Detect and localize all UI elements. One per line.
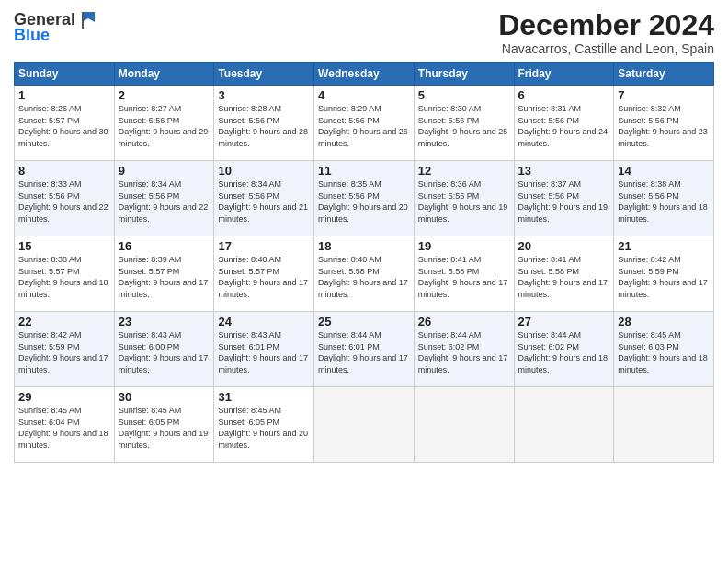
calendar-cell (414, 387, 514, 463)
day-info: Sunrise: 8:27 AM Sunset: 5:56 PM Dayligh… (119, 103, 210, 149)
day-info: Sunrise: 8:40 AM Sunset: 5:58 PM Dayligh… (318, 254, 410, 300)
calendar-cell: 11 Sunrise: 8:35 AM Sunset: 5:56 PM Dayl… (314, 161, 415, 236)
calendar-cell: 8 Sunrise: 8:33 AM Sunset: 5:56 PM Dayli… (15, 161, 115, 236)
header-friday: Friday (514, 63, 614, 86)
calendar-cell: 16 Sunrise: 8:39 AM Sunset: 5:57 PM Dayl… (114, 236, 214, 312)
day-number: 24 (218, 315, 310, 328)
calendar-cell (514, 387, 614, 463)
day-info: Sunrise: 8:34 AM Sunset: 5:56 PM Dayligh… (218, 178, 310, 224)
day-info: Sunrise: 8:36 AM Sunset: 5:56 PM Dayligh… (418, 178, 510, 224)
day-number: 20 (518, 239, 610, 253)
day-number: 15 (18, 239, 110, 253)
week-row-5: 29 Sunrise: 8:45 AM Sunset: 6:04 PM Dayl… (15, 387, 714, 463)
calendar-cell: 20 Sunrise: 8:41 AM Sunset: 5:58 PM Dayl… (514, 236, 614, 312)
day-number: 14 (618, 164, 710, 178)
day-number: 19 (418, 239, 510, 253)
day-number: 7 (618, 88, 710, 102)
header-sunday: Sunday (15, 63, 115, 86)
day-info: Sunrise: 8:32 AM Sunset: 5:56 PM Dayligh… (618, 103, 710, 149)
day-number: 22 (18, 315, 110, 328)
calendar-cell: 25 Sunrise: 8:44 AM Sunset: 6:01 PM Dayl… (314, 312, 415, 387)
month-title: December 2024 (498, 9, 714, 41)
day-info: Sunrise: 8:33 AM Sunset: 5:56 PM Dayligh… (18, 178, 110, 224)
svg-rect-1 (82, 12, 84, 29)
calendar-cell: 12 Sunrise: 8:36 AM Sunset: 5:56 PM Dayl… (414, 161, 514, 236)
day-number: 16 (119, 239, 210, 253)
day-info: Sunrise: 8:38 AM Sunset: 5:56 PM Dayligh… (618, 178, 710, 224)
day-number: 6 (518, 88, 610, 102)
calendar-cell: 7 Sunrise: 8:32 AM Sunset: 5:56 PM Dayli… (614, 86, 714, 161)
calendar-cell: 31 Sunrise: 8:45 AM Sunset: 6:05 PM Dayl… (214, 387, 314, 463)
day-info: Sunrise: 8:44 AM Sunset: 6:01 PM Dayligh… (318, 329, 410, 375)
calendar-cell: 24 Sunrise: 8:43 AM Sunset: 6:01 PM Dayl… (214, 312, 314, 387)
day-info: Sunrise: 8:44 AM Sunset: 6:02 PM Dayligh… (518, 329, 610, 375)
calendar-table: Sunday Monday Tuesday Wednesday Thursday… (14, 62, 714, 463)
header-thursday: Thursday (414, 63, 514, 86)
week-row-1: 1 Sunrise: 8:26 AM Sunset: 5:57 PM Dayli… (15, 86, 714, 161)
header-wednesday: Wednesday (314, 63, 415, 86)
day-info: Sunrise: 8:41 AM Sunset: 5:58 PM Dayligh… (418, 254, 510, 300)
calendar-cell: 2 Sunrise: 8:27 AM Sunset: 5:56 PM Dayli… (114, 86, 214, 161)
calendar-cell: 14 Sunrise: 8:38 AM Sunset: 5:56 PM Dayl… (614, 161, 714, 236)
calendar-cell: 6 Sunrise: 8:31 AM Sunset: 5:56 PM Dayli… (514, 86, 614, 161)
calendar-page: General Blue December 2024 Navacarros, C… (0, 0, 728, 563)
calendar-cell: 29 Sunrise: 8:45 AM Sunset: 6:04 PM Dayl… (15, 387, 115, 463)
logo-text-blue: Blue (14, 26, 50, 45)
week-row-4: 22 Sunrise: 8:42 AM Sunset: 5:59 PM Dayl… (15, 312, 714, 387)
calendar-cell: 15 Sunrise: 8:38 AM Sunset: 5:57 PM Dayl… (15, 236, 115, 312)
day-number: 18 (318, 239, 410, 253)
day-number: 17 (218, 239, 310, 253)
calendar-cell: 19 Sunrise: 8:41 AM Sunset: 5:58 PM Dayl… (414, 236, 514, 312)
location-subtitle: Navacarros, Castille and Leon, Spain (498, 41, 714, 56)
header-tuesday: Tuesday (214, 63, 314, 86)
day-info: Sunrise: 8:39 AM Sunset: 5:57 PM Dayligh… (119, 254, 210, 300)
calendar-cell: 17 Sunrise: 8:40 AM Sunset: 5:57 PM Dayl… (214, 236, 314, 312)
day-number: 30 (119, 390, 210, 404)
day-number: 4 (318, 88, 410, 102)
day-number: 8 (18, 164, 110, 178)
day-info: Sunrise: 8:43 AM Sunset: 6:00 PM Dayligh… (119, 329, 210, 375)
header-saturday: Saturday (614, 63, 714, 86)
day-number: 11 (318, 164, 410, 178)
day-number: 9 (119, 164, 210, 178)
calendar-cell (314, 387, 415, 463)
day-number: 10 (218, 164, 310, 178)
day-info: Sunrise: 8:35 AM Sunset: 5:56 PM Dayligh… (318, 178, 410, 224)
calendar-cell: 26 Sunrise: 8:44 AM Sunset: 6:02 PM Dayl… (414, 312, 514, 387)
day-info: Sunrise: 8:41 AM Sunset: 5:58 PM Dayligh… (518, 254, 610, 300)
logo-container: General Blue (14, 9, 98, 45)
day-info: Sunrise: 8:38 AM Sunset: 5:57 PM Dayligh… (18, 254, 110, 300)
week-row-2: 8 Sunrise: 8:33 AM Sunset: 5:56 PM Dayli… (15, 161, 714, 236)
calendar-cell: 22 Sunrise: 8:42 AM Sunset: 5:59 PM Dayl… (15, 312, 115, 387)
title-block: December 2024 Navacarros, Castille and L… (498, 9, 714, 56)
day-info: Sunrise: 8:43 AM Sunset: 6:01 PM Dayligh… (218, 329, 310, 375)
day-number: 23 (119, 315, 210, 328)
day-info: Sunrise: 8:45 AM Sunset: 6:05 PM Dayligh… (119, 405, 210, 451)
day-info: Sunrise: 8:26 AM Sunset: 5:57 PM Dayligh… (18, 103, 110, 149)
day-number: 21 (618, 239, 710, 253)
day-number: 28 (618, 315, 710, 328)
day-number: 3 (218, 88, 310, 102)
calendar-cell: 3 Sunrise: 8:28 AM Sunset: 5:56 PM Dayli… (214, 86, 314, 161)
calendar-cell: 23 Sunrise: 8:43 AM Sunset: 6:00 PM Dayl… (114, 312, 214, 387)
week-row-3: 15 Sunrise: 8:38 AM Sunset: 5:57 PM Dayl… (15, 236, 714, 312)
logo: General Blue (14, 9, 98, 45)
calendar-cell: 1 Sunrise: 8:26 AM Sunset: 5:57 PM Dayli… (15, 86, 115, 161)
day-number: 1 (18, 88, 110, 102)
day-info: Sunrise: 8:34 AM Sunset: 5:56 PM Dayligh… (119, 178, 210, 224)
day-number: 25 (318, 315, 410, 328)
day-info: Sunrise: 8:45 AM Sunset: 6:03 PM Dayligh… (618, 329, 710, 375)
calendar-cell: 28 Sunrise: 8:45 AM Sunset: 6:03 PM Dayl… (614, 312, 714, 387)
day-info: Sunrise: 8:31 AM Sunset: 5:56 PM Dayligh… (518, 103, 610, 149)
day-number: 31 (218, 390, 310, 404)
day-info: Sunrise: 8:44 AM Sunset: 6:02 PM Dayligh… (418, 329, 510, 375)
day-number: 5 (418, 88, 510, 102)
calendar-cell (614, 387, 714, 463)
day-info: Sunrise: 8:45 AM Sunset: 6:05 PM Dayligh… (218, 405, 310, 451)
svg-marker-0 (82, 12, 95, 22)
day-info: Sunrise: 8:30 AM Sunset: 5:56 PM Dayligh… (418, 103, 510, 149)
calendar-cell: 9 Sunrise: 8:34 AM Sunset: 5:56 PM Dayli… (114, 161, 214, 236)
day-number: 13 (518, 164, 610, 178)
day-info: Sunrise: 8:28 AM Sunset: 5:56 PM Dayligh… (218, 103, 310, 149)
header-monday: Monday (114, 63, 214, 86)
